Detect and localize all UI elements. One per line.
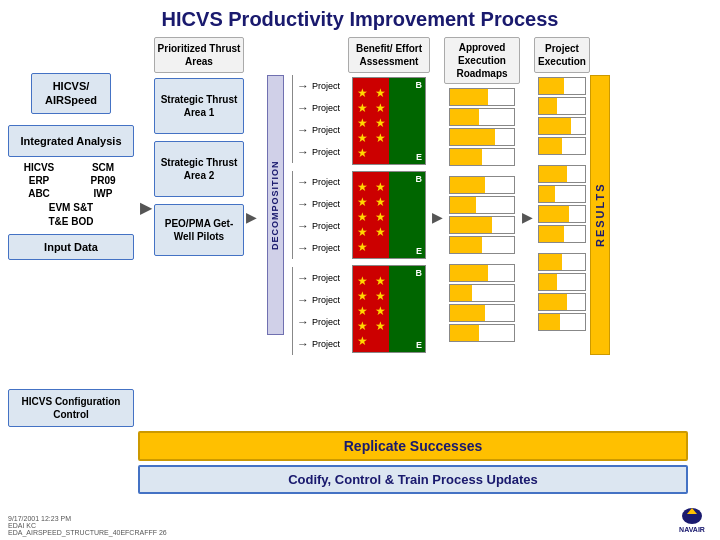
proj-2: → Project — [297, 97, 348, 119]
proj-1: → Project — [297, 75, 348, 97]
benefit-block-2: B E ★ ★ ★ ★ ★ ★ ★ ★ ★ — [352, 171, 426, 259]
proj-8: → Project — [297, 237, 348, 259]
integrated-analysis-box: Integrated Analysis — [8, 125, 134, 157]
codify-box: Codify, Control & Train Process Updates — [138, 465, 688, 494]
navair-logo: NAVAIR — [672, 504, 712, 534]
system-erp: ERP — [8, 175, 70, 186]
system-abc: ABC — [8, 188, 70, 199]
proj-11: → Project — [297, 311, 348, 333]
thrust-area-2: Strategic Thrust Area 2 — [154, 141, 244, 197]
replicate-successes-box: Replicate Successes — [138, 431, 688, 461]
arrow-4: ▶ — [520, 117, 534, 317]
exec-group-1 — [534, 77, 590, 155]
roadmap-group-2 — [444, 176, 520, 254]
benefit-block-3: B E ★ ★ ★ ★ ★ ★ ★ ★ ★ — [352, 265, 426, 353]
proj-7: → Project — [297, 215, 348, 237]
proj-3: → Project — [297, 119, 348, 141]
proj-6: → Project — [297, 193, 348, 215]
project-group-1: → Project → Project → Project → Project — [292, 75, 348, 163]
benefit-header: Benefit/ Effort Assessment — [348, 37, 430, 73]
page: HICVS Productivity Improvement Process H… — [0, 0, 720, 540]
prioritized-header: Prioritized Thrust Areas — [154, 37, 244, 73]
system-pr09: PR09 — [72, 175, 134, 186]
input-data-box: Input Data — [8, 234, 134, 260]
arrow-2: ▶ — [244, 117, 258, 317]
arrow-3: ▶ — [430, 117, 444, 317]
hicvs-config-box: HICVS Configuration Control — [8, 389, 134, 427]
footer-file: EDA_AIRSPEED_STRUCTURE_40EFCRAFFF 26 — [8, 529, 167, 536]
project-group-3: → Project → Project → Project → Project — [292, 267, 348, 355]
hicvs-airspeed-box: HICVS/ AIRSpeed — [31, 73, 111, 114]
footer-date: 9/17/2001 12:23 PM — [8, 515, 167, 522]
footer-code: EDAI KC — [8, 522, 167, 529]
svg-text:NAVAIR: NAVAIR — [679, 526, 705, 533]
roadmap-group-1 — [444, 88, 520, 166]
proj-9: → Project — [297, 267, 348, 289]
decomposition-label: DECOMPOSITION — [267, 75, 284, 335]
thrust-area-1: Strategic Thrust Area 1 — [154, 78, 244, 134]
exec-header: Project Execution — [534, 37, 590, 73]
roadmap-group-3 — [444, 264, 520, 342]
benefit-block-1: B E ★ ★ ★ ★ ★ ★ ★ ★ ★ — [352, 77, 426, 165]
system-hicvs: HICVS — [8, 162, 70, 173]
system-iwp: IWP — [72, 188, 134, 199]
tae-bod: T&E BOD — [8, 216, 134, 227]
arrow-1: ▶ — [138, 117, 154, 297]
proj-5: → Project — [297, 171, 348, 193]
results-label: RESULTS — [590, 37, 612, 427]
peo-pma-box: PEO/PMA Get-Well Pilots — [154, 204, 244, 256]
proj-12: → Project — [297, 333, 348, 355]
proj-4: → Project — [297, 141, 348, 163]
exec-group-2 — [534, 165, 590, 243]
exec-group-3 — [534, 253, 590, 331]
page-title: HICVS Productivity Improvement Process — [8, 6, 712, 31]
system-scm: SCM — [72, 162, 134, 173]
proj-10: → Project — [297, 289, 348, 311]
systems-grid: HICVS SCM ERP PR09 ABC IWP — [8, 162, 134, 199]
approved-header: Approved Execution Roadmaps — [444, 37, 520, 84]
evm-row: EVM S&T — [8, 202, 134, 213]
project-group-2: → Project → Project → Project → Project — [292, 171, 348, 259]
